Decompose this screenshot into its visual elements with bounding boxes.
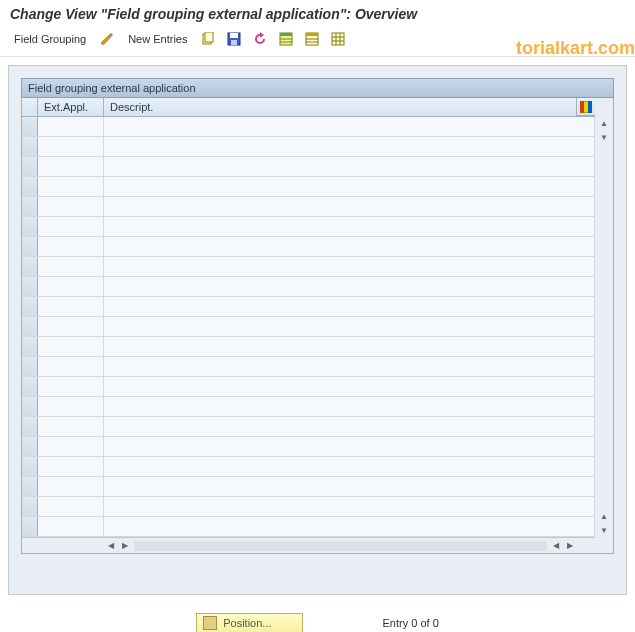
cell-descript[interactable] <box>104 397 595 416</box>
cell-ext-appl[interactable] <box>38 457 104 476</box>
table-row[interactable] <box>22 437 595 457</box>
row-selector[interactable] <box>22 457 38 476</box>
row-selector[interactable] <box>22 297 38 316</box>
table-row[interactable] <box>22 357 595 377</box>
row-selector[interactable] <box>22 517 38 536</box>
table-row[interactable] <box>22 277 595 297</box>
table-row[interactable] <box>22 177 595 197</box>
row-selector[interactable] <box>22 417 38 436</box>
cell-descript[interactable] <box>104 337 595 356</box>
cell-descript[interactable] <box>104 257 595 276</box>
row-selector[interactable] <box>22 437 38 456</box>
cell-ext-appl[interactable] <box>38 417 104 436</box>
cell-ext-appl[interactable] <box>38 477 104 496</box>
row-selector-header[interactable] <box>22 98 38 116</box>
cell-descript[interactable] <box>104 437 595 456</box>
save-icon[interactable] <box>225 30 243 48</box>
vscroll-down2-icon[interactable]: ▼ <box>595 523 613 537</box>
table-row[interactable] <box>22 317 595 337</box>
row-selector[interactable] <box>22 137 38 156</box>
cell-ext-appl[interactable] <box>38 197 104 216</box>
cell-ext-appl[interactable] <box>38 177 104 196</box>
cell-ext-appl[interactable] <box>38 117 104 136</box>
row-selector[interactable] <box>22 177 38 196</box>
cell-descript[interactable] <box>104 417 595 436</box>
undo-icon[interactable] <box>251 30 269 48</box>
cell-descript[interactable] <box>104 477 595 496</box>
table-row[interactable] <box>22 397 595 417</box>
cell-ext-appl[interactable] <box>38 377 104 396</box>
table-row[interactable] <box>22 257 595 277</box>
vscroll-down-icon[interactable]: ▼ <box>595 130 613 144</box>
table-settings-icon[interactable] <box>329 30 347 48</box>
configure-columns-icon[interactable] <box>577 98 595 116</box>
row-selector[interactable] <box>22 497 38 516</box>
cell-ext-appl[interactable] <box>38 137 104 156</box>
table-row[interactable] <box>22 377 595 397</box>
row-selector[interactable] <box>22 157 38 176</box>
row-selector[interactable] <box>22 377 38 396</box>
cell-ext-appl[interactable] <box>38 317 104 336</box>
cell-descript[interactable] <box>104 157 595 176</box>
cell-descript[interactable] <box>104 517 595 536</box>
toggle-edit-icon[interactable] <box>98 30 116 48</box>
row-selector[interactable] <box>22 257 38 276</box>
hscroll-track[interactable] <box>134 541 547 551</box>
cell-descript[interactable] <box>104 277 595 296</box>
row-selector[interactable] <box>22 317 38 336</box>
row-selector[interactable] <box>22 117 38 136</box>
cell-ext-appl[interactable] <box>38 497 104 516</box>
row-selector[interactable] <box>22 477 38 496</box>
table-row[interactable] <box>22 417 595 437</box>
field-grouping-button[interactable]: Field Grouping <box>10 31 90 47</box>
table-row[interactable] <box>22 217 595 237</box>
cell-descript[interactable] <box>104 497 595 516</box>
cell-ext-appl[interactable] <box>38 297 104 316</box>
position-button[interactable]: Position... <box>196 613 302 632</box>
cell-ext-appl[interactable] <box>38 517 104 536</box>
row-selector[interactable] <box>22 237 38 256</box>
cell-descript[interactable] <box>104 457 595 476</box>
row-selector[interactable] <box>22 277 38 296</box>
table-row[interactable] <box>22 497 595 517</box>
cell-descript[interactable] <box>104 117 595 136</box>
table-row[interactable] <box>22 237 595 257</box>
row-selector[interactable] <box>22 357 38 376</box>
cell-descript[interactable] <box>104 317 595 336</box>
hscroll-left-icon[interactable]: ◀ <box>104 539 118 553</box>
table-row[interactable] <box>22 517 595 537</box>
row-selector[interactable] <box>22 397 38 416</box>
row-selector[interactable] <box>22 217 38 236</box>
cell-ext-appl[interactable] <box>38 357 104 376</box>
vscroll-up2-icon[interactable]: ▲ <box>595 509 613 523</box>
table-row[interactable] <box>22 337 595 357</box>
column-header-descript[interactable]: Descript. <box>104 98 577 116</box>
cell-ext-appl[interactable] <box>38 397 104 416</box>
table-row[interactable] <box>22 297 595 317</box>
table-row[interactable] <box>22 137 595 157</box>
hscroll-right2-icon[interactable]: ▶ <box>563 539 577 553</box>
vscroll-track[interactable] <box>595 144 613 509</box>
hscroll-right-icon[interactable]: ▶ <box>118 539 132 553</box>
cell-descript[interactable] <box>104 197 595 216</box>
hscroll-left2-icon[interactable]: ◀ <box>549 539 563 553</box>
cell-ext-appl[interactable] <box>38 277 104 296</box>
cell-descript[interactable] <box>104 377 595 396</box>
vscroll-up-icon[interactable]: ▲ <box>595 116 613 130</box>
cell-descript[interactable] <box>104 297 595 316</box>
cell-descript[interactable] <box>104 137 595 156</box>
cell-ext-appl[interactable] <box>38 237 104 256</box>
table-row[interactable] <box>22 117 595 137</box>
select-all-icon[interactable] <box>277 30 295 48</box>
column-header-ext-appl[interactable]: Ext.Appl. <box>38 98 104 116</box>
row-selector[interactable] <box>22 197 38 216</box>
cell-ext-appl[interactable] <box>38 437 104 456</box>
cell-ext-appl[interactable] <box>38 337 104 356</box>
table-row[interactable] <box>22 477 595 497</box>
new-entries-button[interactable]: New Entries <box>124 31 191 47</box>
cell-descript[interactable] <box>104 357 595 376</box>
row-selector[interactable] <box>22 337 38 356</box>
cell-ext-appl[interactable] <box>38 157 104 176</box>
copy-icon[interactable] <box>199 30 217 48</box>
table-row[interactable] <box>22 457 595 477</box>
